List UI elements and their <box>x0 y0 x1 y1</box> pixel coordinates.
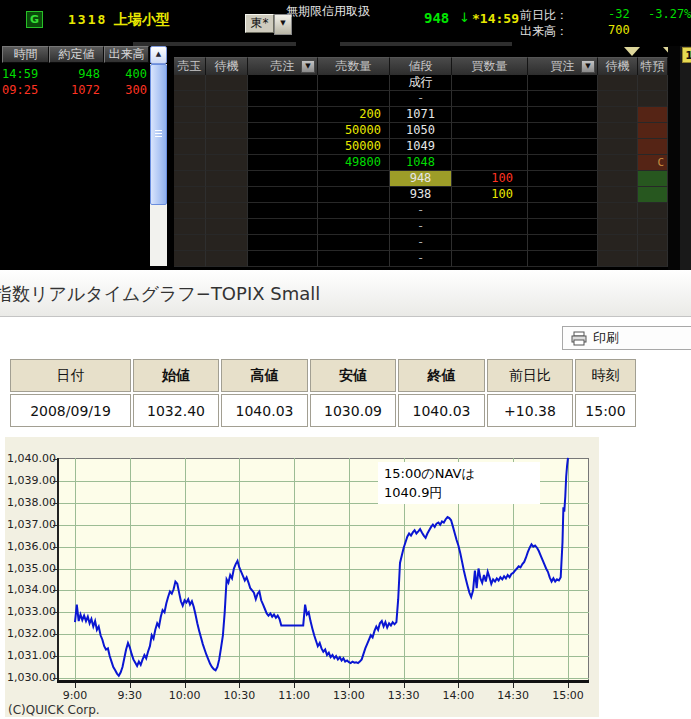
wait-cell <box>206 171 248 187</box>
scrollbar-thumb[interactable] <box>150 64 167 205</box>
hold-cell <box>174 219 206 235</box>
sell-order-cell <box>248 171 318 187</box>
special-flag-cell <box>638 187 668 203</box>
price-cell[interactable]: 938 <box>390 187 452 203</box>
v-gridline <box>185 458 186 680</box>
quote-value-2: 1040.03 <box>221 394 308 427</box>
sell-qty-cell <box>318 219 390 235</box>
h-gridline <box>59 656 589 657</box>
sort-triangle-icon[interactable] <box>624 47 640 56</box>
board-column-header[interactable]: 値段 <box>390 57 452 75</box>
wait-cell <box>598 203 638 219</box>
page-button[interactable]: 1 <box>682 47 691 63</box>
special-flag-cell <box>638 107 668 123</box>
x-tick <box>349 683 350 688</box>
x-tick <box>130 683 131 688</box>
wait-cell <box>598 139 638 155</box>
board-column-header[interactable]: 売玉 <box>174 57 206 75</box>
special-flag-cell <box>638 91 668 107</box>
sell-qty-cell <box>318 187 390 203</box>
x-tick-label: 10:30 <box>217 689 261 702</box>
board-row: 2001071 <box>174 107 668 123</box>
y-tick-label: 1,031.00 <box>7 649 53 662</box>
board-column-header[interactable]: 待機 <box>598 57 638 75</box>
tick-volume: 400 <box>100 66 147 82</box>
quote-header-4: 終値 <box>398 359 485 392</box>
trading-terminal: G 1318 上場小型 東* ▼ 無期限信用取扱 948 ↓ *14:59 前日… <box>0 0 691 270</box>
hold-cell <box>174 75 206 91</box>
quote-table-header-row: 日付始値高値安値終値前日比時刻 <box>10 359 636 392</box>
sell-qty-cell <box>318 235 390 251</box>
board-column-header[interactable]: 売数量 <box>318 57 390 75</box>
buy-order-cell <box>528 123 598 139</box>
price-cell[interactable]: 948 <box>390 171 452 187</box>
tick-col-header[interactable]: 約定値 <box>49 46 104 63</box>
board-row: - <box>174 251 668 267</box>
wait-cell <box>598 219 638 235</box>
buy-qty-cell <box>452 251 528 267</box>
x-tick <box>185 683 186 688</box>
sell-qty-cell <box>318 75 390 91</box>
board-column-header[interactable]: 買注▼ <box>528 57 598 75</box>
x-tick <box>75 683 76 688</box>
filter-dropdown-icon[interactable]: ▼ <box>581 60 595 73</box>
h-gridline <box>59 678 589 679</box>
print-button[interactable]: 印刷 <box>562 326 691 350</box>
sell-order-cell <box>248 107 318 123</box>
board-row: 938100 <box>174 187 668 203</box>
h-gridline <box>59 634 589 635</box>
wait-cell <box>598 75 638 91</box>
volume-label: 出来高： <box>520 23 568 40</box>
price-cell[interactable]: 1050 <box>390 123 452 139</box>
x-tick-label: 15:00 <box>546 689 590 702</box>
price-cell[interactable]: 1049 <box>390 139 452 155</box>
wait-cell <box>206 107 248 123</box>
wait-cell <box>206 187 248 203</box>
board-column-header[interactable]: 買数量 <box>452 57 528 75</box>
price-cell[interactable]: - <box>390 251 452 267</box>
tick-col-header[interactable]: 出来高 <box>104 46 149 63</box>
filter-dropdown-icon[interactable]: ▼ <box>301 60 315 73</box>
scroll-up-button[interactable]: ▲ <box>150 46 167 64</box>
buy-order-cell <box>528 187 598 203</box>
tick-col-header[interactable]: 時間 <box>2 46 49 63</box>
quote-value-4: 1040.03 <box>398 394 485 427</box>
y-tick-label: 1,039.00 <box>7 474 53 487</box>
board-row: 500001050 <box>174 123 668 139</box>
board-column-header[interactable]: 売注▼ <box>248 57 318 75</box>
annotation-line1: 15:00のNAVは <box>384 464 534 483</box>
down-arrow-icon: ↓ <box>459 10 470 25</box>
buy-order-cell <box>528 91 598 107</box>
y-tick-label: 1,030.00 <box>7 671 53 684</box>
price-cell[interactable]: 1048 <box>390 155 452 171</box>
last-price: 948 <box>424 10 449 26</box>
intraday-chart: (C)QUICK Corp. 1,040.001,039.001,038.001… <box>5 437 599 717</box>
hold-cell <box>174 123 206 139</box>
wait-cell <box>206 219 248 235</box>
board-column-header[interactable]: 特預 <box>638 57 668 75</box>
page-title-bar: 指数リアルタイムグラフ−TOPIX Small <box>0 270 691 317</box>
v-gridline <box>568 458 569 680</box>
exchange-select-value[interactable]: 東* <box>245 14 274 33</box>
price-cell[interactable]: - <box>390 91 452 107</box>
special-flag-cell <box>638 203 668 219</box>
y-tick-label: 1,032.00 <box>7 627 53 640</box>
board-column-header[interactable]: 待機 <box>206 57 248 75</box>
wait-cell <box>206 251 248 267</box>
prev-diff-value: -32 <box>608 7 630 21</box>
price-cell[interactable]: - <box>390 235 452 251</box>
sell-qty-cell <box>318 203 390 219</box>
price-cell[interactable]: - <box>390 219 452 235</box>
sell-order-cell <box>248 235 318 251</box>
stock-name: 上場小型 <box>114 11 170 29</box>
price-cell[interactable]: 1071 <box>390 107 452 123</box>
x-tick-label: 10:00 <box>163 689 207 702</box>
tick-time: 14:59 <box>2 66 42 82</box>
wait-cell <box>206 139 248 155</box>
hold-cell <box>174 107 206 123</box>
quote-summary-table: 日付始値高値安値終値前日比時刻 2008/09/191032.401040.03… <box>8 357 638 429</box>
quote-value-0: 2008/09/19 <box>10 394 131 427</box>
quote-header-5: 前日比 <box>487 359 573 392</box>
price-cell[interactable]: 成行 <box>390 75 452 91</box>
price-cell[interactable]: - <box>390 203 452 219</box>
